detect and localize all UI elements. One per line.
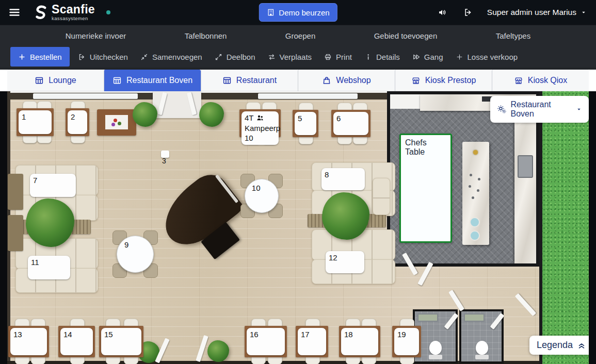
table-label: 1 xyxy=(19,110,52,134)
menu-item-tafeltypes[interactable]: Tafeltypes xyxy=(496,31,531,40)
table-10[interactable]: 10 xyxy=(245,179,279,213)
menu-item-gebied-toevoegen[interactable]: Gebied toevoegen xyxy=(374,31,438,40)
tab-kiosk-prestop[interactable]: Kiosk Prestop xyxy=(395,70,492,91)
table-9[interactable]: 9 xyxy=(117,236,154,273)
tool-bestellen[interactable]: Bestellen xyxy=(10,47,70,67)
table-15[interactable]: 15 xyxy=(101,328,141,355)
table-number: 11 xyxy=(31,258,39,267)
tab-label: Restaurant xyxy=(236,76,277,85)
table-4[interactable]: 4TKampeerp10 xyxy=(241,111,279,135)
table-label: 5 xyxy=(295,112,316,135)
tool-label: Details xyxy=(376,53,400,61)
tool-verplaats[interactable]: Verplaats xyxy=(262,47,318,67)
menu-item-numerieke-invoer[interactable]: Numerieke invoer xyxy=(66,31,126,40)
table-label: 18 xyxy=(341,328,378,355)
tool-label: Uitchecken xyxy=(90,53,128,61)
plant xyxy=(26,198,74,247)
legend-toggle-button[interactable]: Legenda xyxy=(529,336,589,355)
door xyxy=(444,313,458,329)
demo-beurzen-label: Demo beurzen xyxy=(279,8,329,17)
toilet-sink xyxy=(417,313,438,322)
tab-label: Kiosk Qiox xyxy=(528,76,567,85)
floorplan-canvas[interactable]: 124TKampeerp1056378910111213141516171819… xyxy=(7,91,589,364)
tool-label: Losse verkoop xyxy=(468,53,518,61)
table-7[interactable]: 7 xyxy=(30,174,76,197)
table-1[interactable]: 1 xyxy=(19,110,52,134)
plant xyxy=(133,102,157,127)
tool-label: Verplaats xyxy=(280,53,312,61)
table-label: 15 xyxy=(101,328,141,355)
table-actions-toolbar: BestellenUitcheckenSamenvoegenDeelbonVer… xyxy=(0,46,596,68)
tab-restaurant-boven[interactable]: Restaurant Boven xyxy=(104,70,201,91)
tab-label: Kiosk Prestop xyxy=(425,76,476,85)
split-icon xyxy=(215,53,222,61)
door xyxy=(187,92,197,115)
toilet xyxy=(475,341,489,359)
table-11[interactable]: 11 xyxy=(28,256,70,279)
sound-button[interactable] xyxy=(436,6,449,19)
caret-down-icon xyxy=(581,9,587,15)
plant xyxy=(322,192,369,240)
tool-print[interactable]: Print xyxy=(318,47,358,67)
decor-table xyxy=(97,109,136,136)
user-menu[interactable]: Super admin user Marius xyxy=(487,8,587,17)
table-12[interactable]: 12 xyxy=(326,251,364,273)
table-number: 10 xyxy=(252,184,261,192)
tab-restaurant[interactable]: Restaurant xyxy=(201,70,298,91)
toilet xyxy=(429,341,442,359)
table-18[interactable]: 18 xyxy=(341,328,378,355)
table-16[interactable]: 16 xyxy=(247,328,285,355)
table-6[interactable]: 6 xyxy=(333,112,368,135)
tool-uitchecken[interactable]: Uitchecken xyxy=(72,47,134,67)
tab-webshop[interactable]: Webshop xyxy=(298,70,395,91)
hamburger-menu-button[interactable] xyxy=(6,4,23,21)
tool-gang[interactable]: Gang xyxy=(406,47,449,67)
table-number: 16 xyxy=(250,329,259,340)
tool-details[interactable]: Details xyxy=(358,47,406,67)
table-13[interactable]: 13 xyxy=(10,328,47,355)
hamburger-icon xyxy=(8,6,21,19)
table-2[interactable]: 2 xyxy=(68,110,87,134)
table-8[interactable]: 8 xyxy=(321,168,365,190)
demo-beurzen-button[interactable]: Demo beurzen xyxy=(259,3,337,22)
tab-kiosk-qiox[interactable]: Kiosk Qiox xyxy=(492,70,589,91)
printer-icon xyxy=(324,53,332,61)
table-14[interactable]: 14 xyxy=(60,328,93,355)
brand-name: Scanfie xyxy=(52,4,95,15)
menu-item-tafelbonnen[interactable]: Tafelbonnen xyxy=(185,31,227,40)
table-3[interactable]: 3 xyxy=(161,151,169,158)
door xyxy=(157,92,167,115)
area-selector-dropdown[interactable]: Restaurant Boven xyxy=(490,96,589,123)
logout-button[interactable] xyxy=(461,6,475,19)
table-5[interactable]: 5 xyxy=(295,112,316,135)
table-19[interactable]: 19 xyxy=(394,328,419,355)
tool-losse-verkoop[interactable]: Losse verkoop xyxy=(449,47,524,67)
door xyxy=(448,290,464,311)
table-label: 13 xyxy=(10,328,47,355)
toilet-sink xyxy=(464,313,485,322)
table-number: 1 xyxy=(22,112,26,122)
tool-samenvoegen[interactable]: Samenvoegen xyxy=(134,47,208,67)
tool-deelbon[interactable]: Deelbon xyxy=(208,47,262,67)
people-icon xyxy=(256,114,264,122)
tab-lounge[interactable]: Lounge xyxy=(7,70,104,91)
table-chefs[interactable]: Chefs Table xyxy=(399,134,452,243)
plant xyxy=(199,102,224,127)
table-label: 17 xyxy=(298,328,326,355)
tab-label: Webshop xyxy=(336,76,371,85)
kitchen-island xyxy=(462,142,489,245)
tool-label: Deelbon xyxy=(227,53,255,61)
top-bar: Scanfie kassasystemen Demo beurzen Super… xyxy=(0,0,596,25)
menu-item-groepen[interactable]: Groepen xyxy=(285,31,315,40)
door xyxy=(490,313,504,329)
bag-icon xyxy=(322,76,331,85)
toilet-room xyxy=(459,309,504,363)
plus-icon xyxy=(18,53,26,61)
entrance-doorway xyxy=(153,91,201,118)
window-strip xyxy=(33,93,138,99)
secondary-menu: Numerieke invoerTafelbonnenGroepenGebied… xyxy=(0,25,596,46)
plant xyxy=(207,340,229,362)
brand-logo[interactable]: Scanfie kassasystemen xyxy=(33,4,95,21)
table-top: 10 xyxy=(245,179,279,213)
table-17[interactable]: 17 xyxy=(298,328,326,355)
